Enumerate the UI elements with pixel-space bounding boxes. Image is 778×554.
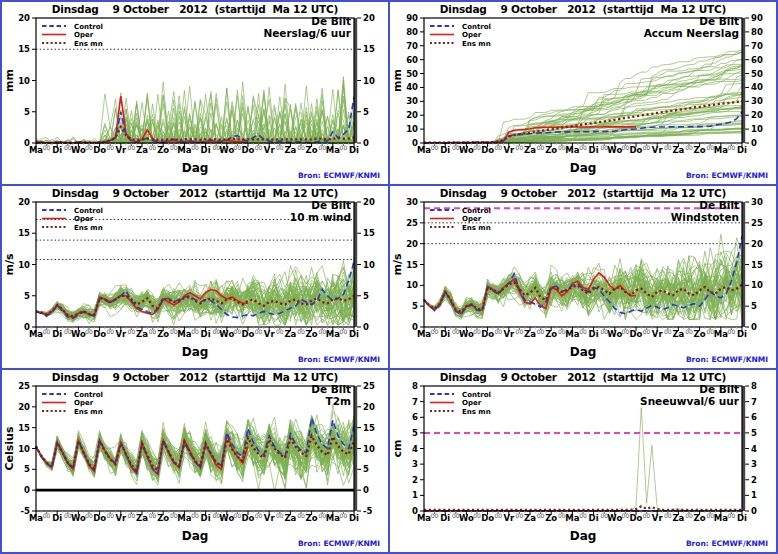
svg-text:00: 00 [579, 328, 587, 335]
svg-text:00: 00 [558, 144, 566, 151]
svg-text:Di: Di [440, 145, 450, 155]
svg-text:Celsius: Celsius [3, 426, 16, 470]
svg-text:00: 00 [318, 512, 326, 519]
svg-text:10: 10 [406, 280, 418, 290]
svg-text:00: 00 [234, 328, 242, 335]
svg-text:00: 00 [340, 328, 348, 335]
svg-text:Za: Za [284, 145, 296, 155]
svg-text:00: 00 [212, 144, 220, 151]
svg-text:Vr: Vr [503, 329, 515, 339]
svg-text:00: 00 [276, 328, 284, 335]
svg-text:00: 00 [622, 328, 630, 335]
svg-text:00: 00 [664, 328, 672, 335]
svg-text:Di: Di [349, 145, 359, 155]
svg-text:00: 00 [664, 512, 672, 519]
source-name: ECMWF/KNMI [711, 539, 768, 548]
svg-text:Wo: Wo [459, 513, 474, 523]
svg-text:00: 00 [728, 328, 736, 335]
svg-text:10: 10 [406, 124, 418, 134]
svg-text:Di: Di [52, 329, 62, 339]
svg-text:00: 00 [643, 328, 651, 335]
svg-text:30: 30 [406, 96, 418, 106]
svg-text:00: 00 [43, 144, 51, 151]
svg-text:Zo: Zo [157, 513, 169, 523]
svg-text:00: 00 [516, 512, 524, 519]
svg-text:Do: Do [481, 145, 494, 155]
svg-text:Ma: Ma [714, 329, 728, 339]
svg-text:00: 00 [643, 144, 651, 151]
svg-text:Wo: Wo [219, 513, 234, 523]
svg-text:m/s: m/s [391, 253, 404, 275]
svg-text:80: 80 [406, 27, 418, 37]
svg-text:00: 00 [537, 328, 545, 335]
svg-text:Vr: Vr [115, 513, 127, 523]
svg-text:Wo: Wo [607, 145, 622, 155]
svg-text:15: 15 [363, 423, 375, 433]
svg-text:Vr: Vr [264, 513, 276, 523]
svg-text:00: 00 [64, 512, 72, 519]
panel-accum-neerslag: 00101020203030404050506060707080809090Ma… [390, 2, 776, 184]
svg-text:Oper: Oper [74, 399, 94, 407]
panel-windstoten: 005510101515202025253030MaDiWoDoVrZaZoMa… [390, 186, 776, 368]
svg-text:10: 10 [363, 76, 375, 86]
svg-text:Ens mn: Ens mn [462, 40, 491, 48]
svg-text:Vr: Vr [503, 513, 515, 523]
svg-text:Di: Di [201, 329, 211, 339]
svg-text:25: 25 [406, 218, 418, 228]
svg-text:Za: Za [284, 513, 296, 523]
svg-text:15: 15 [18, 44, 30, 54]
source-prefix: Bron: [298, 355, 321, 364]
svg-text:70: 70 [406, 41, 418, 51]
svg-text:00: 00 [452, 512, 460, 519]
svg-text:20: 20 [406, 110, 418, 120]
svg-text:Vr: Vr [264, 145, 276, 155]
svg-text:Do: Do [481, 513, 494, 523]
svg-text:Oper: Oper [74, 31, 94, 39]
svg-text:00: 00 [255, 512, 263, 519]
panel-title: Dinsdag 9 October 2012 (starttijd Ma 12 … [2, 371, 388, 383]
svg-text:Di: Di [589, 513, 599, 523]
svg-text:00: 00 [473, 328, 481, 335]
source-credit: Bron: ECMWF/KNMI [686, 171, 768, 180]
svg-text:20: 20 [751, 239, 763, 249]
source-credit: Bron: ECMWF/KNMI [298, 355, 380, 364]
svg-text:00: 00 [600, 512, 608, 519]
svg-text:60: 60 [751, 55, 763, 65]
svg-text:mm: mm [391, 69, 404, 92]
station-label: De Bilt [699, 383, 739, 395]
svg-text:Ma: Ma [326, 145, 340, 155]
source-prefix: Bron: [686, 355, 709, 364]
svg-text:00: 00 [558, 512, 566, 519]
svg-text:00: 00 [600, 328, 608, 335]
svg-text:00: 00 [255, 328, 263, 335]
svg-text:00: 00 [318, 328, 326, 335]
svg-text:Di: Di [349, 329, 359, 339]
svg-text:Control: Control [462, 207, 491, 215]
svg-text:Ma: Ma [29, 145, 43, 155]
svg-text:10: 10 [18, 444, 30, 454]
svg-text:00: 00 [494, 144, 502, 151]
svg-text:Zo: Zo [694, 513, 706, 523]
svg-text:0: 0 [751, 506, 757, 516]
svg-text:00: 00 [64, 144, 72, 151]
svg-text:00: 00 [494, 512, 502, 519]
svg-text:5: 5 [24, 107, 30, 117]
svg-text:Zo: Zo [306, 145, 318, 155]
svg-text:00: 00 [212, 512, 220, 519]
svg-text:Ma: Ma [177, 329, 191, 339]
svg-text:0: 0 [751, 322, 757, 332]
svg-text:Control: Control [74, 207, 103, 215]
svg-text:00: 00 [685, 512, 693, 519]
panel-sneeuwval-6uur: 001122334455667788MaDiWoDoVrZaZoMaDiWoDo… [390, 370, 776, 552]
svg-text:Za: Za [672, 513, 684, 523]
svg-text:20: 20 [751, 110, 763, 120]
svg-text:3: 3 [751, 459, 757, 469]
svg-text:Vr: Vr [115, 329, 127, 339]
svg-text:00: 00 [297, 512, 305, 519]
svg-text:00: 00 [706, 144, 714, 151]
panel-t2m: -5-500551010151520202525MaDiWoDoVrZaZoMa… [2, 370, 388, 552]
svg-text:Wo: Wo [71, 329, 86, 339]
svg-text:00: 00 [191, 328, 199, 335]
svg-text:Do: Do [93, 145, 106, 155]
svg-text:00: 00 [234, 512, 242, 519]
